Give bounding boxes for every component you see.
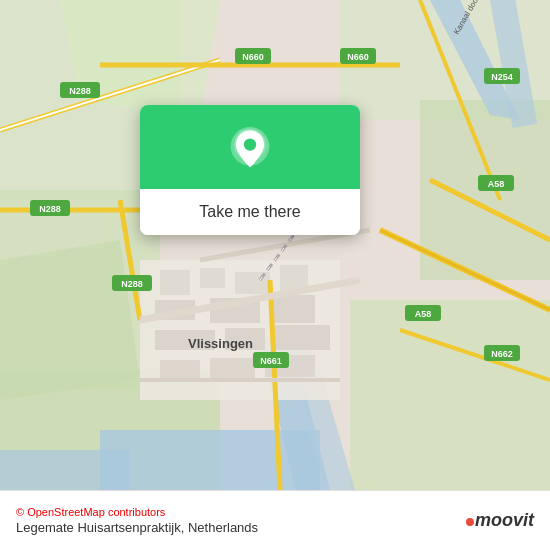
svg-marker-8 bbox=[0, 240, 140, 400]
svg-text:N660: N660 bbox=[242, 52, 264, 62]
moovit-dot bbox=[466, 518, 474, 526]
svg-text:N288: N288 bbox=[69, 86, 91, 96]
svg-rect-26 bbox=[160, 360, 200, 378]
copyright-symbol: © bbox=[16, 506, 24, 518]
svg-rect-27 bbox=[210, 358, 255, 378]
osm-text: OpenStreetMap contributors bbox=[27, 506, 165, 518]
osm-credit: © OpenStreetMap contributors bbox=[16, 506, 258, 518]
svg-text:N254: N254 bbox=[491, 72, 513, 82]
bottom-bar: © OpenStreetMap contributors Legemate Hu… bbox=[0, 490, 550, 550]
svg-text:N288: N288 bbox=[39, 204, 61, 214]
app-container: N288 N288 N288 N660 N660 N661 N254 A58 bbox=[0, 0, 550, 550]
svg-text:A58: A58 bbox=[415, 309, 432, 319]
moovit-logo: moovit bbox=[466, 510, 534, 531]
location-name: Legemate Huisartsenpraktijk, Netherlands bbox=[16, 520, 258, 535]
svg-text:N660: N660 bbox=[347, 52, 369, 62]
location-pin-icon bbox=[228, 127, 272, 171]
svg-text:A58: A58 bbox=[488, 179, 505, 189]
svg-rect-6 bbox=[350, 300, 550, 490]
svg-text:N288: N288 bbox=[121, 279, 143, 289]
svg-rect-10 bbox=[0, 450, 130, 490]
moovit-brand-text: moovit bbox=[466, 510, 534, 531]
svg-text:Vlissingen: Vlissingen bbox=[188, 336, 253, 351]
take-me-there-button[interactable]: Take me there bbox=[140, 189, 360, 235]
svg-rect-22 bbox=[270, 295, 315, 323]
svg-text:N661: N661 bbox=[260, 356, 282, 366]
svg-rect-25 bbox=[275, 325, 330, 350]
svg-rect-16 bbox=[160, 270, 190, 295]
map-container: N288 N288 N288 N660 N660 N661 N254 A58 bbox=[0, 0, 550, 490]
popup-header bbox=[140, 105, 360, 189]
popup-card: Take me there bbox=[140, 105, 360, 235]
svg-rect-17 bbox=[200, 268, 225, 288]
svg-text:N662: N662 bbox=[491, 349, 513, 359]
svg-point-69 bbox=[244, 138, 256, 150]
